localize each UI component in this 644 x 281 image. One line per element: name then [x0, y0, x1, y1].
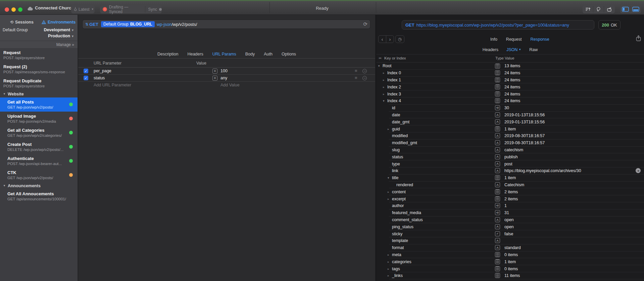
import-box-icon[interactable] [604, 5, 614, 13]
json-tree-row[interactable]: ▸ guid 1 item [376, 125, 644, 132]
tab-environments[interactable]: Environments [42, 20, 76, 25]
json-tree-row[interactable]: template A [376, 237, 644, 244]
open-link-icon[interactable]: ➔ [636, 168, 641, 173]
json-tree-row[interactable]: modified_gmt A 2019-08-30T18:16:57 [376, 139, 644, 147]
json-tree-row[interactable]: link A https://blog.myepiscopal.com/arch… [376, 167, 644, 174]
json-tree-row[interactable]: type A post [376, 160, 644, 167]
response-view-tab[interactable]: JSON ▼ [506, 47, 521, 52]
request-tab[interactable]: Body [245, 52, 255, 56]
disclosure-triangle[interactable]: ▾ [388, 176, 392, 179]
disclosure-triangle[interactable]: ▸ [383, 85, 387, 89]
request-group-header[interactable]: ▼ Announcements [0, 182, 78, 189]
request-list-item[interactable]: Authenticate POST /wp-json/api-bearer-au… [0, 154, 78, 168]
param-checkbox[interactable]: ✓ [84, 76, 88, 80]
json-tree-row[interactable]: ▾ Root 13 items [376, 63, 644, 70]
request-list-item[interactable]: CTK GET /wp-json/wp/v2/posts/ [0, 168, 78, 182]
json-tree-row[interactable]: featured_media 42 31 [376, 209, 644, 216]
drag-handle-icon[interactable]: ≡ [355, 68, 357, 73]
environment-variable-token[interactable]: Default GroupBLOG_URL [101, 21, 155, 27]
disclosure-triangle[interactable]: ▸ [383, 71, 387, 75]
minimize-button[interactable] [11, 7, 16, 12]
response-view-tab[interactable]: Raw [529, 47, 538, 52]
left-panel-layout-icon[interactable] [620, 5, 630, 13]
request-group-header[interactable]: ▼ Website [0, 90, 78, 97]
json-tree-row[interactable]: ▾ title 1 item [376, 174, 644, 182]
lasso-icon[interactable] [593, 5, 604, 13]
request-tab[interactable]: Headers [187, 52, 203, 56]
request-tab[interactable]: Description [157, 52, 179, 56]
disclosure-triangle[interactable]: ▸ [388, 190, 392, 194]
json-tree-row[interactable]: author 42 1 [376, 202, 644, 209]
request-list-item[interactable]: Get all Posts GET /wp-json/wp/v2/posts/ [0, 97, 78, 112]
param-value-field[interactable]: any [220, 76, 227, 80]
json-tree-row[interactable]: ▸ meta 0 items [376, 251, 644, 258]
sync-button[interactable]: Sync [148, 7, 157, 12]
json-tree-row[interactable]: modified A 2019-08-30T18:16:57 [376, 132, 644, 139]
latest-milestone-button[interactable]: Latest ▼ [71, 5, 95, 13]
remove-param-icon[interactable] [362, 76, 367, 80]
environment-development[interactable]: Development▼ [44, 28, 74, 32]
request-list-item[interactable]: Upload Image POST /wp-json/wp/v2/media [0, 112, 78, 126]
add-url-parameter-button[interactable]: Add URL Parameter [94, 83, 131, 87]
tab-sessions[interactable]: ⟲ Sessions [10, 20, 34, 25]
url-dynamic-part[interactable]: wp-json [157, 22, 172, 27]
response-url-bar[interactable]: GET https://blog.myepiscopal.com/wp-json… [402, 20, 594, 30]
request-url-field[interactable]: ⇅ GET Default GroupBLOG_URL wp-json /wp/… [82, 19, 370, 29]
disclosure-triangle[interactable]: ▸ [388, 253, 392, 256]
param-checkbox[interactable]: ✓ [84, 69, 88, 73]
sort-requests-button[interactable] [583, 5, 593, 13]
disclosure-triangle[interactable]: ▸ [388, 267, 392, 271]
json-tree-row[interactable]: status A publish [376, 153, 644, 160]
disclosure-triangle[interactable]: ▼ [3, 92, 6, 95]
disclosure-triangle[interactable]: ▸ [388, 274, 392, 277]
json-tree-row[interactable]: rendered A Catechism [376, 182, 644, 189]
export-share-button[interactable] [636, 35, 641, 42]
response-view-tab[interactable]: Headers [483, 47, 498, 52]
json-tree-row[interactable]: ▸ content 2 items [376, 188, 644, 195]
param-name-field[interactable]: status [94, 76, 105, 80]
send-refresh-icon[interactable]: ⟳ [363, 21, 367, 27]
close-button[interactable] [5, 7, 9, 12]
drag-handle-icon[interactable]: ≡ [355, 75, 357, 80]
method-stepper-icon[interactable]: ⇅ [85, 22, 88, 27]
json-tree-row[interactable]: id 42 30 [376, 105, 644, 112]
json-tree-row[interactable]: ▸ Index 3 24 items [376, 90, 644, 97]
response-tab[interactable]: Request [506, 37, 522, 42]
response-tab[interactable]: Response [530, 37, 549, 42]
json-tree-row[interactable]: ▸ Index 1 24 items [376, 77, 644, 84]
forward-button[interactable]: › [386, 36, 394, 43]
json-tree-row[interactable]: ▸ categories 1 item [376, 258, 644, 265]
history-clock-button[interactable]: ◷ [395, 35, 404, 43]
back-button[interactable]: ‹ [379, 36, 386, 43]
remove-param-icon[interactable] [362, 69, 367, 73]
disclosure-triangle[interactable]: ▸ [383, 78, 387, 82]
json-tree-row[interactable]: ▸ _links 11 items [376, 272, 644, 279]
disclosure-triangle[interactable]: ▸ [388, 127, 392, 131]
bottom-panel-layout-icon[interactable] [631, 5, 641, 13]
json-tree-row[interactable]: ▸ Index 0 24 items [376, 70, 644, 77]
collapse-all-icon[interactable]: »« [379, 56, 381, 60]
request-list-item[interactable]: Create Post DELETE /wp-json/wp/v2/posts/… [0, 140, 78, 154]
request-list-item[interactable]: Request (2) POST /api/messages/sms-respo… [0, 62, 78, 76]
disclosure-triangle[interactable]: ▸ [388, 197, 392, 201]
disclosure-triangle[interactable]: ▼ [3, 184, 6, 187]
add-value-button[interactable]: Add Value [220, 83, 240, 87]
json-tree-row[interactable]: ▸ excerpt 2 items [376, 195, 644, 202]
json-tree-row[interactable]: format A standard [376, 244, 644, 251]
json-tree-row[interactable]: slug A catechism [376, 147, 644, 154]
json-tree-row[interactable]: date_gmt A 2019-01-13T18:15:56 [376, 118, 644, 125]
json-tree-row[interactable]: date A 2019-01-13T18:15:56 [376, 112, 644, 119]
manage-environments-link[interactable]: Manage » [56, 42, 74, 47]
response-tab[interactable]: Info [490, 37, 497, 42]
request-list-item[interactable]: Get all Categories GET /wp-json/wp/v2/ca… [0, 126, 78, 140]
request-tab[interactable]: Options [282, 52, 296, 56]
json-tree-row[interactable]: ▸ tags 0 items [376, 265, 644, 272]
param-name-field[interactable]: per_page [94, 69, 111, 73]
url-path[interactable]: /wp/v2/posts/ [171, 22, 197, 27]
request-list-item[interactable]: Get All Annoucements GET /api/announceme… [0, 189, 78, 203]
json-tree-row[interactable]: comment_status A open [376, 216, 644, 224]
param-value-field[interactable]: 100 [220, 69, 228, 73]
environment-production[interactable]: Production▼ [48, 34, 74, 38]
request-method[interactable]: GET [89, 22, 98, 27]
request-tab[interactable]: URL Params [212, 52, 236, 56]
